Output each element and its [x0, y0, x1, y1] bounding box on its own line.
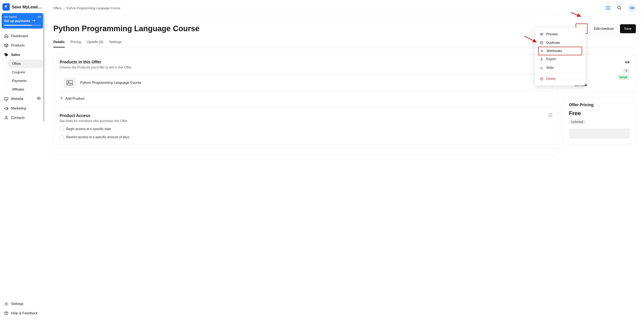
svg-rect-11: [67, 81, 72, 85]
search-icon[interactable]: [617, 5, 622, 11]
breadcrumb-sep: /: [64, 6, 64, 10]
checkbox-label: Restrict access to a specific amount of …: [66, 135, 130, 139]
dropdown-label: Duplicate: [546, 41, 560, 45]
svg-line-14: [524, 36, 536, 42]
annotation-arrow-top: [571, 12, 583, 18]
status-badge-draft: ft: [623, 68, 630, 73]
access-card-title: Product Access: [60, 113, 128, 118]
dropdown-separator: [535, 73, 585, 73]
edit-checkout-button[interactable]: Edit checkout: [590, 24, 618, 33]
product-row[interactable]: Python Programming Language Course: [60, 74, 552, 92]
checkbox[interactable]: [60, 135, 64, 139]
products-card-title: Products in this Offer: [60, 60, 552, 64]
tab-upsells[interactable]: Upsells (0): [87, 38, 103, 48]
offer-price: Free: [569, 110, 630, 117]
dropdown-stats[interactable]: Stats: [535, 63, 585, 72]
svg-rect-8: [541, 42, 543, 44]
product-name: Python Programming Language Course: [80, 81, 141, 85]
dropdown-label: Preview: [546, 33, 558, 36]
dropdown-preview[interactable]: Preview: [535, 30, 585, 39]
svg-line-13: [571, 13, 581, 17]
more-dropdown: Preview Duplicate: [535, 28, 585, 86]
dropdown-webhooks-highlight: Webhooks: [538, 47, 582, 55]
dropdown-label: Stats: [546, 66, 554, 70]
dropdown-delete[interactable]: Delete: [535, 75, 585, 83]
sidebar-sub-coupons[interactable]: Coupons: [8, 68, 43, 77]
access-restrict-days[interactable]: Restrict access to a specific amount of …: [60, 135, 552, 139]
sidebar-sub-offers[interactable]: Offers: [8, 60, 43, 68]
download-icon: [540, 57, 544, 61]
annotation-arrow-webhooks: [524, 35, 538, 44]
sidebar-label: Settings: [11, 302, 24, 306]
breadcrumb-current: Python Programming Language Course: [66, 6, 120, 10]
tab-settings[interactable]: Settings: [109, 38, 121, 48]
breadcrumb: Offers / Python Programming Language Cou…: [53, 6, 120, 10]
app-title[interactable]: Save MyLeads's F…: [12, 5, 42, 9]
home-icon: [4, 34, 8, 38]
info-icon[interactable]: i: [548, 113, 552, 117]
dropdown-duplicate[interactable]: Duplicate: [535, 39, 585, 47]
topbar: Offers / Python Programming Language Cou…: [45, 0, 644, 16]
docs-icon[interactable]: [605, 5, 610, 11]
sidebar-sub-affiliates[interactable]: Affiliates: [8, 85, 43, 94]
get-started-card[interactable]: Get Started 3/4 Set up payments: [2, 13, 43, 29]
sidebar-item-products[interactable]: Products: [2, 41, 43, 50]
svg-point-0: [5, 54, 6, 55]
sidebar-item-help[interactable]: Help & Feedback: [2, 308, 43, 318]
tab-details[interactable]: Details: [53, 38, 65, 48]
arrow-right-icon: [32, 19, 36, 23]
dropdown-label: Export: [546, 57, 556, 61]
svg-point-2: [38, 98, 40, 99]
eye-icon: [540, 33, 544, 36]
dropdown-label: Webhooks: [547, 49, 562, 53]
sidebar-label: Dashboard: [11, 34, 28, 38]
dropdown-webhooks[interactable]: Webhooks: [538, 47, 582, 55]
help-icon: [4, 311, 8, 315]
get-started-label: Get Started: [4, 16, 16, 18]
sidebar-label: Contacts: [11, 116, 25, 120]
sidebar-item-sales[interactable]: Sales: [2, 50, 43, 60]
get-started-progress-bar: [4, 25, 41, 26]
get-started-cta: Set up payments: [4, 19, 30, 23]
tab-pricing[interactable]: Pricing: [70, 38, 81, 48]
page-title: Python Programming Language Course: [53, 24, 200, 33]
sidebar-item-contacts[interactable]: Contacts: [2, 113, 43, 123]
dropdown-export[interactable]: Export: [535, 55, 585, 63]
card-divider: [60, 107, 552, 107]
sidebar-item-marketing[interactable]: Marketing: [2, 104, 43, 113]
tag-icon: [4, 53, 8, 57]
box-icon: [4, 43, 8, 48]
stats-icon: [540, 66, 544, 70]
checkbox-label: Begin access at a specific date: [66, 127, 111, 131]
breadcrumb-root[interactable]: Offers: [53, 6, 62, 10]
copy-icon: [540, 41, 544, 45]
image-icon: [64, 78, 76, 88]
access-card-sub: Set limits for members who purchase this…: [60, 119, 128, 123]
gear-icon: [4, 302, 8, 306]
status-badge-published: lished: [617, 75, 630, 80]
delete-icon: [540, 77, 544, 81]
megaphone-icon: [4, 106, 8, 111]
app-logo[interactable]: [2, 3, 10, 11]
products-card: Products in this Offer Choose the Produc…: [53, 54, 558, 145]
sidebar-label: Marketing: [11, 106, 26, 111]
sidebar-item-dashboard[interactable]: Dashboard: [2, 31, 43, 41]
svg-point-12: [68, 82, 69, 83]
svg-point-4: [6, 303, 7, 304]
user-icon: [4, 116, 8, 120]
svg-point-9: [542, 51, 542, 51]
offer-pricing-card: Offer Pricing Free Unlimited: [562, 97, 636, 144]
sidebar-item-settings[interactable]: Settings: [2, 299, 43, 308]
eye-icon[interactable]: [37, 96, 41, 101]
save-button[interactable]: Save: [620, 24, 636, 33]
avatar[interactable]: SM: [628, 4, 636, 12]
checkbox[interactable]: [60, 127, 64, 131]
sidebar-item-website[interactable]: Website: [2, 94, 43, 104]
sidebar-label: Sales: [11, 53, 20, 57]
add-product-button[interactable]: Add Product: [60, 96, 552, 101]
monitor-icon: [4, 97, 8, 101]
scrollbar[interactable]: [43, 13, 45, 298]
sidebar-sales-submenu: Offers Coupons Payments Affiliates: [6, 60, 43, 94]
access-begin-date[interactable]: Begin access at a specific date: [60, 127, 552, 131]
sidebar-sub-payments[interactable]: Payments: [8, 77, 43, 85]
